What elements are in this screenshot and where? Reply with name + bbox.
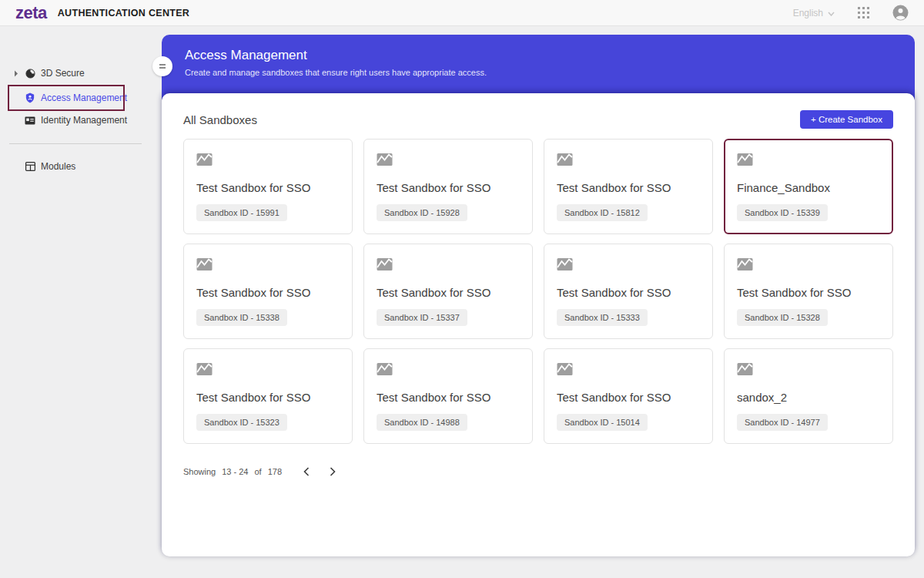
- sidebar-item-label: Modules: [41, 161, 75, 172]
- top-bar: zeta AUTHENTICATION CENTER English: [0, 0, 924, 26]
- sidebar-item-modules[interactable]: Modules: [0, 155, 151, 178]
- content-header: All Sandboxes + Create Sandbox: [183, 110, 893, 129]
- chart-icon: [196, 260, 213, 274]
- content-area: All Sandboxes + Create Sandbox Test Sand…: [162, 93, 915, 556]
- language-selector[interactable]: English: [793, 8, 835, 18]
- page-subtitle: Create and manage sandboxes that ensure …: [185, 68, 892, 77]
- sandbox-card[interactable]: Test Sandbox for SSO Sandbox ID - 15338: [183, 244, 353, 339]
- sandbox-title: Finance_Sandbox: [737, 181, 880, 194]
- sandbox-title: Test Sandbox for SSO: [377, 391, 520, 404]
- sandbox-card[interactable]: Finance_Sandbox Sandbox ID - 15339: [724, 139, 893, 234]
- sandbox-card[interactable]: Test Sandbox for SSO Sandbox ID - 15337: [363, 244, 533, 339]
- chart-icon: [377, 156, 393, 169]
- globe-secure-icon: [25, 69, 35, 79]
- sidebar-item-access-management[interactable]: Access Management: [0, 86, 151, 109]
- id-card-icon: [25, 116, 35, 125]
- chevron-down-icon: [828, 8, 835, 18]
- sandbox-id-badge: Sandbox ID - 15812: [557, 204, 648, 221]
- sidebar-collapse-button[interactable]: [152, 56, 172, 76]
- sandbox-id-badge: Sandbox ID - 15991: [196, 204, 287, 221]
- modules-grid-icon: [25, 162, 35, 171]
- sandbox-title: sandox_2: [737, 391, 880, 404]
- sidebar: 3D Secure Access Management Identity Man…: [0, 26, 151, 578]
- pagination-total: 178: [268, 467, 282, 476]
- sandbox-card[interactable]: Test Sandbox for SSO Sandbox ID - 15323: [183, 348, 353, 444]
- sandbox-title: Test Sandbox for SSO: [557, 181, 700, 194]
- sandbox-card[interactable]: Test Sandbox for SSO Sandbox ID - 15991: [183, 139, 353, 234]
- sandbox-card[interactable]: sandox_2 Sandbox ID - 14977: [724, 348, 893, 444]
- page-banner: Access Management Create and manage sand…: [162, 35, 915, 99]
- sandbox-card[interactable]: Test Sandbox for SSO Sandbox ID - 15928: [363, 139, 533, 234]
- pagination: Showing 13 - 24 of 178: [183, 465, 893, 478]
- sandbox-title: Test Sandbox for SSO: [377, 181, 520, 194]
- sandbox-id-badge: Sandbox ID - 15928: [377, 204, 467, 221]
- app-title: AUTHENTICATION CENTER: [58, 8, 189, 18]
- sandbox-id-badge: Sandbox ID - 14977: [737, 414, 828, 431]
- sandbox-title: Test Sandbox for SSO: [737, 286, 880, 299]
- top-bar-actions: English: [793, 5, 909, 21]
- chart-icon: [737, 156, 753, 169]
- sandbox-id-badge: Sandbox ID - 15328: [737, 309, 828, 326]
- sandbox-id-badge: Sandbox ID - 15014: [557, 414, 648, 431]
- sandbox-id-badge: Sandbox ID - 15333: [557, 309, 648, 326]
- hamburger-icon: [159, 64, 166, 66]
- sidebar-item-identity-management[interactable]: Identity Management: [0, 109, 151, 132]
- sandbox-title: Test Sandbox for SSO: [557, 286, 700, 299]
- apps-grid-icon[interactable]: [858, 7, 869, 18]
- sandbox-id-badge: Sandbox ID - 14988: [377, 414, 467, 431]
- chart-icon: [196, 365, 213, 378]
- next-page-button[interactable]: [325, 465, 340, 478]
- sandbox-id-badge: Sandbox ID - 15339: [737, 204, 828, 221]
- sidebar-divider: [9, 143, 142, 144]
- sandbox-title: Test Sandbox for SSO: [196, 391, 340, 404]
- sandbox-card[interactable]: Test Sandbox for SSO Sandbox ID - 15333: [544, 244, 713, 339]
- page-title: Access Management: [185, 48, 892, 63]
- chart-icon: [557, 260, 573, 274]
- sandbox-title: Test Sandbox for SSO: [377, 286, 520, 299]
- sandbox-card[interactable]: Test Sandbox for SSO Sandbox ID - 15014: [544, 348, 713, 444]
- section-title: All Sandboxes: [183, 113, 257, 126]
- sandbox-title: Test Sandbox for SSO: [196, 286, 340, 299]
- shield-icon: [25, 92, 35, 103]
- main-panel: Access Management Create and manage sand…: [162, 35, 915, 556]
- chart-icon: [196, 156, 213, 169]
- chart-icon: [737, 365, 753, 378]
- sandbox-card[interactable]: Test Sandbox for SSO Sandbox ID - 15328: [724, 244, 893, 339]
- sandbox-id-badge: Sandbox ID - 15338: [196, 309, 287, 326]
- language-label: English: [793, 8, 823, 18]
- pagination-of-label: of: [254, 467, 261, 476]
- sandbox-title: Test Sandbox for SSO: [196, 181, 340, 194]
- user-avatar-icon[interactable]: [892, 5, 909, 21]
- sandbox-id-badge: Sandbox ID - 15337: [377, 309, 467, 326]
- sandbox-card[interactable]: Test Sandbox for SSO Sandbox ID - 14988: [363, 348, 533, 444]
- hamburger-icon: [159, 67, 166, 69]
- sidebar-item-label: 3D Secure: [41, 68, 85, 79]
- chart-icon: [377, 260, 393, 274]
- sidebar-item-3d-secure[interactable]: 3D Secure: [0, 62, 151, 85]
- sidebar-item-label: Identity Management: [41, 115, 127, 126]
- sidebar-item-label: Access Management: [41, 92, 127, 103]
- create-sandbox-button[interactable]: + Create Sandbox: [800, 110, 893, 129]
- sandbox-title: Test Sandbox for SSO: [557, 391, 700, 404]
- zeta-logo: zeta: [15, 5, 47, 22]
- chart-icon: [737, 260, 753, 274]
- sandbox-card[interactable]: Test Sandbox for SSO Sandbox ID - 15812: [544, 139, 713, 234]
- caret-right-icon[interactable]: [14, 70, 25, 77]
- chart-icon: [557, 365, 573, 378]
- sandbox-grid: Test Sandbox for SSO Sandbox ID - 15991 …: [183, 139, 893, 444]
- sandbox-id-badge: Sandbox ID - 15323: [196, 414, 287, 431]
- pagination-showing-label: Showing: [183, 467, 216, 476]
- chart-icon: [557, 156, 573, 169]
- previous-page-button[interactable]: [299, 465, 314, 478]
- pagination-range: 13 - 24: [222, 467, 248, 476]
- chart-icon: [377, 365, 393, 378]
